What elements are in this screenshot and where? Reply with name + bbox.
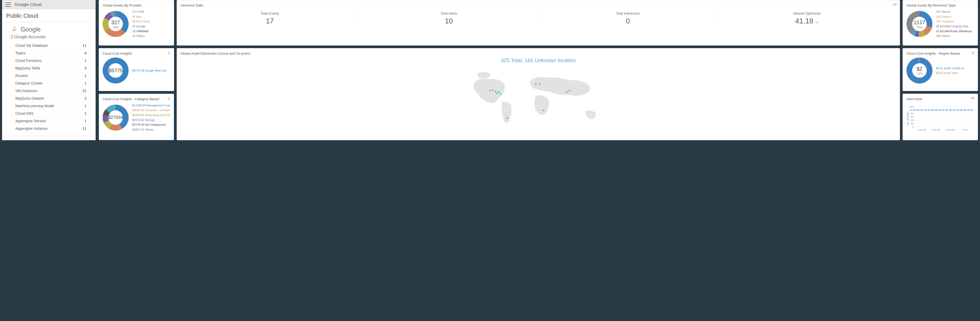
stat-column: Total Alerts10 xyxy=(360,11,539,25)
svg-point-35 xyxy=(943,109,944,110)
resource-count: 1 xyxy=(84,111,86,115)
legend-item[interactable]: $11489.99 Management Tools xyxy=(132,103,170,108)
resource-count: 1 xyxy=(84,104,86,108)
legend-item[interactable]: 59 AZURE/Compute Disk xyxy=(936,24,972,29)
resource-row[interactable]: Appengine Instance11 xyxy=(11,125,87,132)
trash-icon[interactable]: 🗑 xyxy=(167,51,171,55)
public-cloud-heading: Public Cloud xyxy=(6,13,91,19)
resource-count: 2 xyxy=(84,96,86,101)
legend-item[interactable]: 102 Container xyxy=(936,19,972,24)
resource-count: 4 xyxy=(84,51,86,55)
resource-row[interactable]: Cloud Functions1 xyxy=(11,57,87,64)
resource-count: 3 xyxy=(84,66,86,70)
resource-row[interactable]: Cloud Sql Database11 xyxy=(11,42,87,50)
svg-point-1 xyxy=(490,90,491,91)
stat-column: Total Inferences0 xyxy=(539,11,718,25)
legend-item[interactable]: $2178.43 Not Categorized xyxy=(132,122,170,127)
trash-icon[interactable]: 🗑 xyxy=(167,96,171,101)
legend-item[interactable]: 327 Device xyxy=(936,10,972,14)
resource-count: 11 xyxy=(82,126,86,131)
resource-name: BigQuery Dataset xyxy=(15,96,44,101)
resource-row[interactable]: Routers1 xyxy=(11,72,87,80)
dashboard-grid: Global Assets By Provider 327 Total 121 … xyxy=(99,0,978,140)
resource-name: BigQuery Table xyxy=(15,66,40,70)
stat-label: Total Events xyxy=(183,11,357,15)
resource-name: Cloud Sql Database xyxy=(15,43,48,48)
svg-text:4:30: 4:30 xyxy=(963,128,967,131)
card-title: Global Assets By Resource Type xyxy=(907,3,974,7)
legend-item[interactable]: 10 Others xyxy=(132,34,150,38)
svg-text:120: 120 xyxy=(909,105,913,108)
resource-type-legend: 327 Device142 Volume102 Container59 AZUR… xyxy=(936,10,972,38)
svg-point-0 xyxy=(477,72,490,78)
stat-column: Volume Optimized41.18 % xyxy=(718,11,896,25)
svg-point-12 xyxy=(543,110,544,111)
chart-y-axis-label: No. of Alerts xyxy=(907,111,909,125)
inference-stats-row: Total Events17Total Alerts10Total Infere… xyxy=(181,11,896,25)
svg-point-4 xyxy=(496,93,498,94)
sidebar-body: Public Cloud Google 2 Google Accounts Cl… xyxy=(2,10,95,140)
legend-item[interactable]: 142 Volume xyxy=(936,14,972,19)
legend-item[interactable]: $0.03 south india xyxy=(936,70,964,75)
legend-item[interactable]: $3967.52 Others xyxy=(132,127,170,132)
donut-center-value: 327 xyxy=(111,19,120,26)
accounts-count-line: 2 Google Accounts xyxy=(11,35,87,39)
world-map[interactable] xyxy=(181,66,896,128)
resource-row[interactable]: Appengine Service1 xyxy=(11,117,87,125)
legend-item[interactable]: $2994.55 Networking and CDN xyxy=(132,113,170,118)
svg-point-38 xyxy=(953,109,955,110)
legend-item[interactable]: $2.31 south central us xyxy=(936,66,964,71)
card-title: Alert trend xyxy=(907,97,974,101)
trash-icon[interactable]: 🗑 xyxy=(971,51,975,55)
resource-row[interactable]: Dataproc Cluster1 xyxy=(11,80,87,87)
legend-item[interactable]: 121 KVM xyxy=(132,10,150,14)
donut-center-label: Total xyxy=(916,26,922,29)
svg-point-28 xyxy=(917,109,919,110)
legend-item[interactable]: 436 Others xyxy=(936,34,972,38)
svg-point-6 xyxy=(500,93,501,95)
svg-point-2 xyxy=(492,89,494,91)
svg-point-40 xyxy=(961,109,962,110)
card-cost-insights-region: Cloud Cost Insights - Region Based 🗑 $2 … xyxy=(902,48,978,91)
svg-text:100: 100 xyxy=(909,108,913,111)
timeframe-badge[interactable]: 4H xyxy=(971,96,975,100)
resource-row[interactable]: Topics4 xyxy=(11,50,87,57)
legend-item[interactable]: 51 AZURE/Public IPAddress xyxy=(936,29,972,34)
sidebar-title: Google Cloud xyxy=(14,2,41,7)
card-asset-distribution-map: Global Asset Distribution (Cloud and On-… xyxy=(177,48,900,140)
legend-item[interactable]: 92 Aws xyxy=(132,14,150,19)
cost-donut: $9775 xyxy=(103,57,129,83)
resource-count: 1 xyxy=(84,73,86,78)
legend-item[interactable]: 13 VMWARE xyxy=(132,29,150,34)
resource-row[interactable]: MachineLearning Model1 xyxy=(11,102,87,110)
donut-center-value: 1117 xyxy=(914,19,926,26)
legend-item[interactable]: $4633.62 Compute + Containers xyxy=(132,108,170,113)
legend-item[interactable]: 59 Non Cloud xyxy=(132,19,150,24)
resource-count: 21 xyxy=(82,89,86,93)
alert-trend-chart: No. of Alerts 020406080100120 1:30 am2:3… xyxy=(907,105,974,132)
hamburger-icon[interactable] xyxy=(5,3,11,7)
svg-point-11 xyxy=(506,117,508,119)
resource-row[interactable]: Cloud DNS1 xyxy=(11,110,87,117)
timeframe-badge[interactable]: 1W xyxy=(892,3,897,6)
resource-row[interactable]: BigQuery Dataset2 xyxy=(11,95,87,102)
svg-text:40: 40 xyxy=(911,119,913,121)
stat-value: 41.18 % xyxy=(720,17,894,25)
stat-label: Volume Optimized xyxy=(720,11,894,15)
svg-point-9 xyxy=(566,91,568,93)
legend-item[interactable]: $9775.49 Google New Lab xyxy=(132,68,166,73)
legend-item[interactable]: $2570.62 Storage xyxy=(132,118,170,123)
svg-point-39 xyxy=(957,109,958,110)
stat-value: 0 xyxy=(541,17,715,25)
svg-text:1:30 am: 1:30 am xyxy=(917,128,926,131)
card-global-assets-provider: Global Assets By Provider 327 Total 121 … xyxy=(99,0,174,46)
legend-item[interactable]: 32 Google xyxy=(132,24,150,29)
resource-row[interactable]: BigQuery Table3 xyxy=(11,64,87,72)
card-cost-insights-category: Cloud Cost Insights - Category Based 🗑 $… xyxy=(99,94,174,140)
svg-point-34 xyxy=(939,109,940,110)
resource-row[interactable]: VM Instances21 xyxy=(11,87,87,95)
svg-point-42 xyxy=(968,109,969,110)
resource-count: 1 xyxy=(84,119,86,123)
resource-name: Cloud Functions xyxy=(15,59,41,63)
resource-name: Topics xyxy=(15,51,26,55)
